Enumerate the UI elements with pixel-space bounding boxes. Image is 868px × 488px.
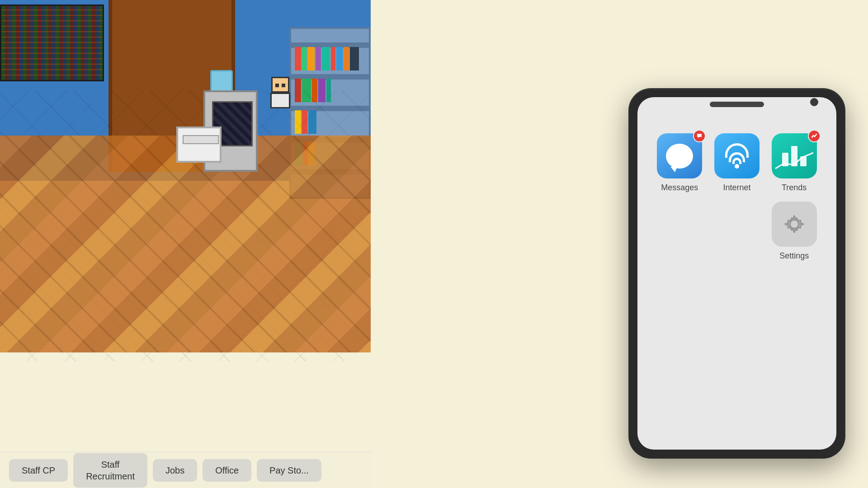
trends-label: Trends (782, 183, 807, 192)
printer (176, 127, 222, 163)
messages-label: Messages (661, 183, 698, 192)
pixel-room: Staff CP Staff Recruitment Jobs Office P… (0, 0, 371, 488)
book (295, 47, 301, 70)
floor-lines (0, 136, 371, 352)
book (322, 47, 330, 70)
phone-device: Messages Internet (628, 88, 845, 459)
messages-icon (657, 133, 702, 178)
char-body (270, 93, 290, 108)
book (331, 47, 335, 70)
char-eye-right (282, 84, 285, 87)
app-slot-empty-2 (713, 202, 761, 261)
book (302, 47, 307, 70)
wifi-icon (725, 143, 749, 169)
tab-pay-store[interactable]: Pay Sto... (257, 459, 321, 482)
book (344, 47, 349, 70)
internet-label: Internet (723, 183, 750, 192)
messages-bubble (666, 144, 693, 169)
settings-icon (772, 202, 817, 247)
phone-speaker (710, 102, 764, 107)
pixel-character (267, 77, 294, 113)
bottom-tabs: Staff CP Staff Recruitment Jobs Office P… (0, 452, 371, 488)
app-slot-empty-1 (656, 202, 704, 261)
tab-office[interactable]: Office (203, 459, 251, 482)
trend-line (775, 150, 813, 173)
phone-camera (810, 98, 818, 106)
tab-staff-cp[interactable]: Staff CP (9, 459, 68, 482)
messages-badge (693, 130, 706, 142)
wifi-arc-3 (732, 158, 741, 164)
trends-bars (782, 146, 807, 166)
char-head (271, 77, 289, 93)
book (316, 47, 321, 70)
printer-detail (183, 135, 219, 144)
trends-badge (808, 130, 821, 142)
server-pixels (1, 6, 103, 80)
trends-icon (772, 133, 817, 178)
app-trends[interactable]: Trends (770, 133, 818, 192)
book (336, 47, 343, 70)
svg-rect-0 (697, 134, 702, 137)
svg-marker-1 (698, 137, 699, 138)
app-grid: Messages Internet (651, 129, 823, 265)
internet-icon (714, 133, 760, 178)
app-internet[interactable]: Internet (713, 133, 761, 192)
game-background: Staff CP Staff Recruitment Jobs Office P… (0, 0, 868, 488)
settings-label: Settings (779, 251, 809, 261)
tab-jobs[interactable]: Jobs (153, 459, 197, 482)
gear-icon (782, 211, 807, 237)
char-eye-left (275, 84, 279, 87)
server-block (0, 5, 104, 81)
book (350, 47, 359, 70)
phone-screen: Messages Internet (637, 97, 836, 450)
tab-staff-recruitment[interactable]: Staff Recruitment (73, 453, 147, 488)
app-settings[interactable]: Settings (770, 202, 818, 261)
app-messages[interactable]: Messages (656, 133, 704, 192)
wifi-dot (735, 164, 739, 169)
phone-outer: Messages Internet (628, 88, 845, 459)
book (307, 47, 315, 70)
